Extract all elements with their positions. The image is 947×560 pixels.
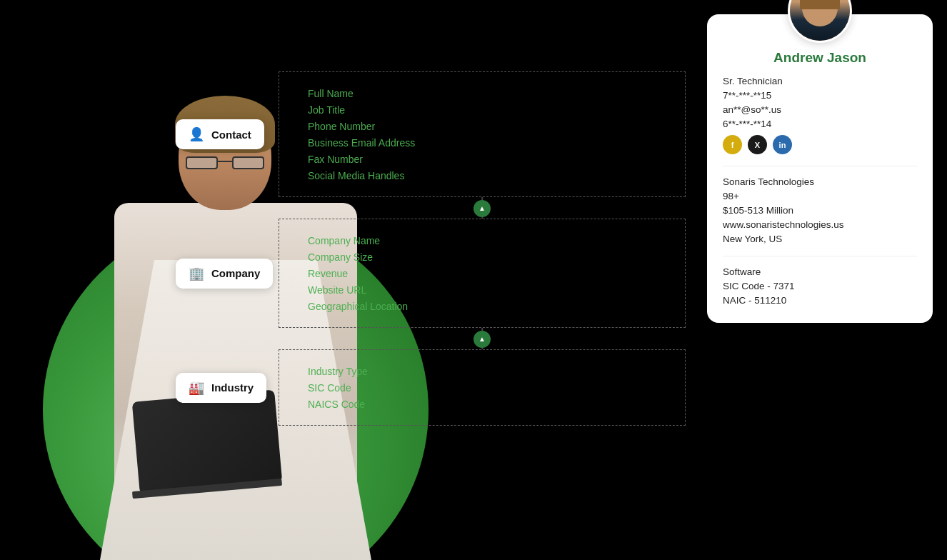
field-full-name: Full Name (308, 85, 671, 101)
social-icons-container: f X in (723, 135, 917, 154)
contact-badge: 👤 Contact (176, 119, 264, 149)
contact-icon: 👤 (189, 126, 204, 142)
twitter-icon[interactable]: X (748, 135, 767, 154)
field-company-name: Company Name (308, 232, 671, 249)
profile-card: Andrew Jason Sr. Technician 7**-***-**15… (707, 14, 933, 323)
field-social-media: Social Media Handles (308, 167, 671, 184)
facebook-icon[interactable]: f (723, 135, 742, 154)
card-name: Andrew Jason (723, 50, 917, 66)
connector-2: ▲ (279, 328, 686, 349)
industry-section: 🏭 Industry Industry Type SIC Code NAICS … (279, 349, 686, 426)
card-contact-section: Sr. Technician 7**-***-**15 an**@so**.us… (723, 76, 917, 166)
card-sic: SIC Code - 7371 (723, 281, 917, 291)
card-location: New York, US (723, 234, 917, 244)
card-website: www.sonaristechnologies.us (723, 219, 917, 230)
field-business-email: Business Email Address (308, 134, 671, 151)
company-badge: 🏢 Company (176, 259, 273, 289)
contact-section: 👤 Contact Full Name Job Title Phone Numb… (279, 71, 686, 219)
card-company-size: 98+ (723, 191, 917, 201)
connector-1: ▲ (279, 197, 686, 219)
card-fax: 6**-***-**14 (723, 119, 917, 129)
company-fields: Company Name Company Size Revenue Websit… (308, 232, 671, 314)
card-industry-section: Software SIC Code - 7371 NAIC - 511210 (723, 266, 917, 306)
industry-badge-label: Industry (211, 381, 254, 394)
company-icon: 🏢 (189, 266, 204, 281)
card-company-section: Sonaris Technologies 98+ $105-513 Millio… (723, 176, 917, 256)
contact-badge-label: Contact (211, 129, 251, 141)
industry-icon: 🏭 (189, 380, 204, 396)
field-naics-code: NAICS Code (308, 396, 671, 412)
company-badge-label: Company (211, 267, 260, 279)
card-company: Sonaris Technologies (723, 176, 917, 187)
card-naics: NAIC - 511210 (723, 295, 917, 306)
field-revenue: Revenue (308, 265, 671, 281)
card-title: Sr. Technician (723, 76, 917, 86)
avatar (788, 0, 852, 43)
arrow-icon-1: ▲ (474, 200, 491, 217)
field-fax-number: Fax Number (308, 151, 671, 167)
company-section: 🏢 Company Company Name Company Size Reve… (279, 219, 686, 349)
card-email: an**@so**.us (723, 104, 917, 115)
linkedin-icon[interactable]: in (773, 135, 792, 154)
arrow-icon-2: ▲ (474, 331, 491, 348)
field-website-url: Website URL (308, 281, 671, 298)
avatar-wrapper (723, 0, 917, 43)
industry-badge: 🏭 Industry (176, 373, 266, 403)
field-company-size: Company Size (308, 249, 671, 265)
industry-fields: Industry Type SIC Code NAICS Code (308, 363, 671, 412)
card-industry: Software (723, 266, 917, 277)
card-revenue: $105-513 Million (723, 205, 917, 216)
field-sic-code: SIC Code (308, 379, 671, 396)
field-industry-type: Industry Type (308, 363, 671, 379)
contact-fields: Full Name Job Title Phone Number Busines… (308, 85, 671, 184)
field-geo-location: Geographical Location (308, 298, 671, 314)
card-phone: 7**-***-**15 (723, 90, 917, 101)
field-phone-number: Phone Number (308, 118, 671, 134)
field-job-title: Job Title (308, 101, 671, 118)
